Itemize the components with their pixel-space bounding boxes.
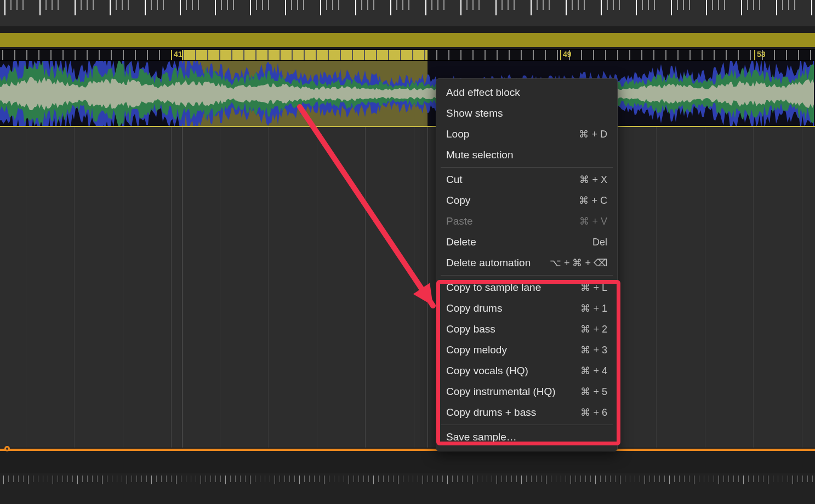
- menu-item-cut[interactable]: Cut⌘ + X: [436, 169, 617, 190]
- menu-item-label: Cut: [446, 174, 463, 186]
- menu-separator: [441, 167, 613, 168]
- menu-item-shortcut: ⌘ + V: [579, 215, 607, 227]
- menu-item-copy-drums[interactable]: Copy drums⌘ + 1: [436, 298, 617, 319]
- bar-label: 45: [368, 50, 377, 59]
- menu-item-save-sample[interactable]: Save sample…: [436, 427, 617, 448]
- menu-item-copy[interactable]: Copy⌘ + C: [436, 190, 617, 211]
- menu-item-label: Add effect block: [446, 87, 520, 99]
- menu-item-shortcut: ⌘ + 4: [580, 365, 607, 377]
- menu-item-shortcut: ⌘ + 5: [580, 386, 607, 398]
- menu-item-label: Copy bass: [446, 323, 495, 335]
- menu-item-delete[interactable]: DeleteDel: [436, 232, 617, 253]
- menu-item-shortcut: ⌥ + ⌘ + ⌫: [550, 257, 607, 269]
- menu-item-label: Copy to sample lane: [446, 282, 541, 294]
- menu-item-label: Copy drums + bass: [446, 406, 536, 419]
- bar-mark: [171, 50, 172, 61]
- menu-item-label: Copy melody: [446, 344, 507, 356]
- playhead-dot[interactable]: [4, 446, 10, 451]
- menu-item-label: Copy vocals (HQ): [446, 365, 528, 377]
- menu-item-copy-melody[interactable]: Copy melody⌘ + 3: [436, 340, 617, 360]
- menu-item-shortcut: ⌘ + D: [579, 128, 607, 140]
- bar-mark: [365, 50, 366, 61]
- menu-separator: [441, 275, 613, 276]
- bar-label: 53: [757, 50, 766, 59]
- menu-item-copy-drums-bass[interactable]: Copy drums + bass⌘ + 6: [436, 402, 617, 423]
- menu-item-shortcut: ⌘ + 2: [580, 323, 607, 335]
- menu-item-shortcut: ⌘ + L: [580, 282, 607, 294]
- editor-grid-area[interactable]: [0, 127, 815, 448]
- beat-ruler[interactable]: 41454953: [0, 49, 815, 60]
- menu-item-copy-bass[interactable]: Copy bass⌘ + 2: [436, 319, 617, 340]
- menu-item-label: Copy instrumental (HQ): [446, 386, 556, 398]
- waveform-graphic: [0, 61, 815, 127]
- menu-item-show-stems[interactable]: Show stems: [436, 103, 617, 124]
- menu-item-label: Paste: [446, 215, 473, 227]
- menu-item-add-effect-block[interactable]: Add effect block: [436, 82, 617, 103]
- bottom-overview-strip[interactable]: [0, 473, 815, 504]
- menu-item-copy-to-sample-lane[interactable]: Copy to sample lane⌘ + L: [436, 277, 617, 298]
- bar-label: 41: [174, 50, 183, 59]
- menu-separator: [441, 425, 613, 425]
- menu-item-mute-selection[interactable]: Mute selection: [436, 145, 617, 165]
- menu-item-shortcut: ⌘ + 1: [580, 302, 607, 314]
- menu-item-label: Delete: [446, 236, 476, 248]
- waveform-lane[interactable]: [0, 60, 815, 126]
- menu-item-label: Mute selection: [446, 149, 514, 161]
- menu-item-paste: Paste⌘ + V: [436, 211, 617, 232]
- menu-item-copy-vocals-hq[interactable]: Copy vocals (HQ)⌘ + 4: [436, 360, 617, 381]
- menu-item-copy-instrumental-hq[interactable]: Copy instrumental (HQ)⌘ + 5: [436, 381, 617, 402]
- menu-item-label: Copy drums: [446, 302, 502, 314]
- menu-item-shortcut: ⌘ + C: [579, 194, 607, 207]
- menu-item-label: Save sample…: [446, 431, 517, 443]
- menu-item-label: Loop: [446, 128, 469, 140]
- menu-item-shortcut: ⌘ + X: [579, 174, 607, 186]
- menu-item-delete-automation[interactable]: Delete automation⌥ + ⌘ + ⌫: [436, 253, 617, 273]
- context-menu: Add effect blockShow stemsLoop⌘ + DMute …: [436, 78, 618, 451]
- menu-item-label: Show stems: [446, 107, 503, 119]
- menu-item-shortcut: Del: [592, 237, 607, 248]
- loop-region-band[interactable]: [0, 33, 815, 47]
- menu-item-shortcut: ⌘ + 6: [580, 406, 607, 419]
- overview-ruler[interactable]: [0, 0, 815, 26]
- bar-mark: [754, 50, 755, 61]
- menu-item-label: Delete automation: [446, 257, 531, 269]
- ruler-selection[interactable]: [182, 50, 428, 61]
- bar-mark: [560, 50, 561, 61]
- menu-item-label: Copy: [446, 194, 470, 207]
- menu-item-shortcut: ⌘ + 3: [580, 344, 607, 356]
- playhead-timeline[interactable]: [0, 449, 815, 451]
- bar-label: 49: [563, 50, 572, 59]
- menu-item-loop[interactable]: Loop⌘ + D: [436, 124, 617, 145]
- audio-editor-stage: 41454953 Add effect blockShow stemsLoop⌘…: [0, 0, 815, 504]
